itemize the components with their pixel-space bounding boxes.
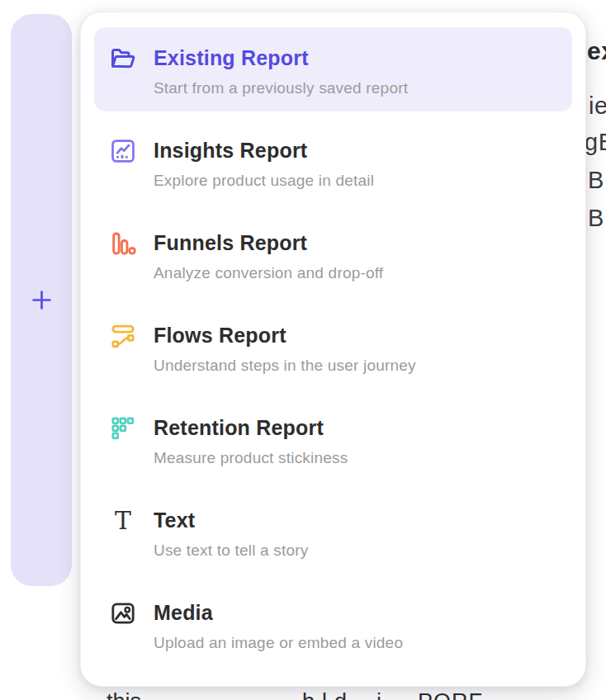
background-text-fragment: PORF — [418, 689, 483, 700]
menu-item-title: Text — [154, 508, 558, 532]
flow-sankey-icon — [108, 321, 138, 351]
background-text-fragment: ie — [589, 92, 606, 120]
menu-item-title: Insights Report — [154, 138, 558, 163]
menu-item-insights-report[interactable]: Insights Report Explore product usage in… — [94, 120, 572, 204]
bar-chart-icon — [108, 229, 138, 258]
background-text-fragment: i. — [376, 689, 388, 700]
menu-item-text[interactable]: T Text Use text to tell a story — [94, 490, 572, 574]
background-text-fragment: B — [588, 167, 604, 194]
menu-item-flows-report[interactable]: Flows Report Understand steps in the use… — [94, 305, 572, 389]
menu-item-funnels-report[interactable]: Funnels Report Analyze conversion and dr… — [94, 212, 572, 296]
menu-item-retention-report[interactable]: Retention Report Measure product stickin… — [94, 397, 572, 481]
plus-icon — [31, 289, 53, 311]
background-text-fragment: this — [107, 689, 141, 700]
menu-item-title: Flows Report — [154, 323, 558, 348]
menu-item-media[interactable]: Media Upload an image or embed a video — [94, 582, 572, 666]
menu-item-subtitle: Start from a previously saved report — [154, 78, 558, 97]
menu-item-subtitle: Measure product stickiness — [154, 448, 558, 467]
menu-item-subtitle: Explore product usage in detail — [154, 171, 558, 190]
background-text-fragment: gB — [585, 129, 606, 156]
board-background: ex ie gB B B this bld i. PORF Existing R… — [0, 0, 606, 700]
add-report-menu: Existing Report Start from a previously … — [80, 12, 586, 687]
add-card-button[interactable] — [11, 14, 72, 586]
menu-item-subtitle: Use text to tell a story — [154, 541, 558, 560]
background-text-fragment: ex — [587, 37, 606, 65]
menu-item-subtitle: Understand steps in the user journey — [154, 356, 558, 375]
background-text-fragment: bld — [302, 689, 354, 700]
menu-item-title: Funnels Report — [154, 230, 558, 255]
image-icon — [108, 598, 138, 628]
background-text-fragment: B — [588, 205, 604, 232]
menu-item-subtitle: Upload an image or embed a video — [154, 633, 558, 652]
svg-text:T: T — [115, 507, 131, 535]
menu-item-title: Retention Report — [154, 415, 558, 440]
folder-open-icon — [108, 44, 138, 73]
menu-item-existing-report[interactable]: Existing Report Start from a previously … — [94, 27, 572, 111]
retention-grid-icon — [108, 414, 138, 443]
menu-item-subtitle: Analyze conversion and drop-off — [154, 263, 558, 282]
text-icon: T — [108, 506, 138, 536]
menu-item-title: Media — [154, 600, 558, 625]
menu-item-title: Existing Report — [154, 45, 558, 70]
line-chart-icon — [108, 136, 138, 166]
